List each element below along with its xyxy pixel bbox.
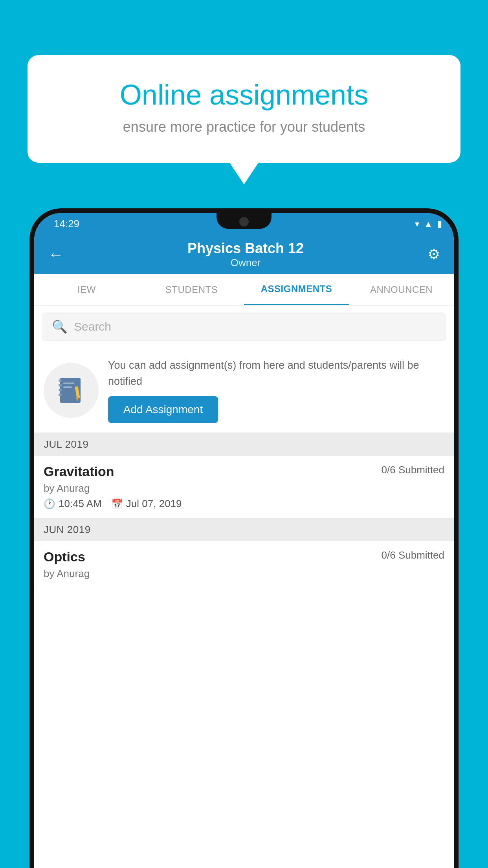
assignment-item-optics[interactable]: Optics 0/6 Submitted by Anurag bbox=[34, 541, 454, 591]
back-button[interactable]: ← bbox=[48, 246, 64, 263]
notch bbox=[216, 213, 272, 229]
promo-icon-wrap bbox=[44, 363, 99, 418]
assignment-submitted-optics: 0/6 Submitted bbox=[382, 549, 444, 561]
assignment-author-optics: by Anurag bbox=[44, 568, 444, 580]
header-center: Physics Batch 12 Owner bbox=[187, 240, 304, 269]
header-title: Physics Batch 12 bbox=[187, 240, 304, 257]
notebook-icon bbox=[55, 375, 87, 406]
speech-bubble-container: Online assignments ensure more practice … bbox=[28, 55, 460, 163]
assignment-top-optics: Optics 0/6 Submitted bbox=[44, 549, 444, 565]
tabs-bar: IEW STUDENTS ASSIGNMENTS ANNOUNCEN bbox=[34, 274, 454, 305]
tab-students[interactable]: STUDENTS bbox=[139, 274, 244, 305]
wifi-icon: ▾ bbox=[415, 219, 419, 229]
assignment-submitted-gravitation: 0/6 Submitted bbox=[382, 464, 444, 476]
phone-frame: 14:29 ▾ ▲ ▮ ← Physics Batch 12 Owner ⚙ bbox=[29, 208, 459, 868]
svg-rect-1 bbox=[59, 379, 62, 382]
status-icons: ▾ ▲ ▮ bbox=[415, 219, 442, 229]
assignment-top: Gravitation 0/6 Submitted bbox=[44, 464, 444, 479]
svg-rect-6 bbox=[63, 386, 72, 388]
assignment-author-gravitation: by Anurag bbox=[44, 482, 444, 495]
status-time: 14:29 bbox=[54, 218, 79, 230]
promo-text: You can add assignment(s) from here and … bbox=[108, 357, 446, 389]
app-screen: 14:29 ▾ ▲ ▮ ← Physics Batch 12 Owner ⚙ bbox=[34, 213, 454, 868]
background: Online assignments ensure more practice … bbox=[0, 0, 488, 868]
battery-icon: ▮ bbox=[437, 219, 442, 229]
speech-bubble-title: Online assignments bbox=[55, 79, 433, 111]
svg-rect-5 bbox=[63, 383, 74, 384]
camera bbox=[239, 217, 249, 226]
assignment-item-gravitation[interactable]: Gravitation 0/6 Submitted by Anurag 🕐 10… bbox=[34, 456, 454, 518]
clock-icon: 🕐 bbox=[44, 498, 55, 509]
svg-rect-3 bbox=[59, 389, 62, 391]
add-assignment-promo: You can add assignment(s) from here and … bbox=[34, 348, 454, 433]
assignment-date-gravitation: 📅 Jul 07, 2019 bbox=[111, 498, 182, 510]
header-subtitle: Owner bbox=[187, 257, 304, 269]
assignment-name-gravitation: Gravitation bbox=[44, 464, 114, 479]
section-jun-2019: JUN 2019 bbox=[34, 518, 454, 541]
settings-button[interactable]: ⚙ bbox=[427, 246, 440, 263]
add-assignment-button[interactable]: Add Assignment bbox=[108, 396, 218, 423]
speech-bubble-subtitle: ensure more practice for your students bbox=[55, 119, 433, 135]
content-area: 🔍 Search bbox=[34, 305, 454, 868]
svg-rect-2 bbox=[59, 384, 62, 386]
assignment-name-optics: Optics bbox=[44, 549, 85, 565]
tab-assignments[interactable]: ASSIGNMENTS bbox=[244, 274, 349, 305]
assignment-meta-gravitation: 🕐 10:45 AM 📅 Jul 07, 2019 bbox=[44, 498, 444, 510]
assignment-time-gravitation: 🕐 10:45 AM bbox=[44, 498, 102, 510]
app-header: ← Physics Batch 12 Owner ⚙ bbox=[34, 235, 454, 274]
search-placeholder: Search bbox=[74, 320, 111, 333]
promo-right: You can add assignment(s) from here and … bbox=[108, 357, 446, 423]
search-bar[interactable]: 🔍 Search bbox=[42, 313, 446, 341]
calendar-icon: 📅 bbox=[111, 498, 123, 509]
phone-inner: 14:29 ▾ ▲ ▮ ← Physics Batch 12 Owner ⚙ bbox=[34, 213, 454, 868]
tab-announcements[interactable]: ANNOUNCEN bbox=[349, 274, 454, 305]
signal-icon: ▲ bbox=[424, 219, 433, 229]
speech-bubble: Online assignments ensure more practice … bbox=[28, 55, 460, 163]
section-jul-2019: JUL 2019 bbox=[34, 433, 454, 456]
tab-iew[interactable]: IEW bbox=[34, 274, 139, 305]
svg-rect-4 bbox=[59, 394, 62, 396]
search-icon: 🔍 bbox=[52, 319, 68, 334]
